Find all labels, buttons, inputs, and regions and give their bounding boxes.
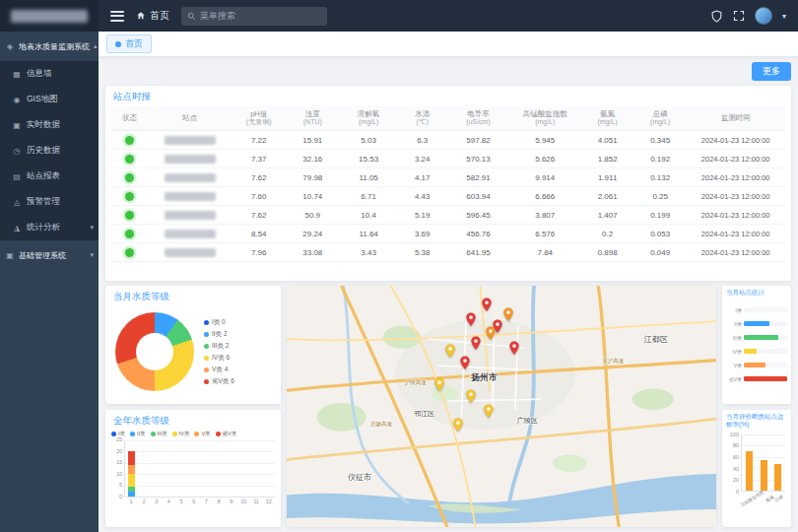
search-input[interactable]: [200, 11, 321, 21]
bar-row: IV类: [726, 347, 787, 356]
legend-item[interactable]: IV类 6: [204, 354, 234, 363]
map-pin[interactable]: [459, 356, 470, 370]
sidebar-item-station-report[interactable]: ▤站点报表: [0, 164, 99, 189]
legend-dot: [204, 344, 209, 349]
search-icon: [187, 12, 196, 21]
legend-item[interactable]: II类: [130, 431, 146, 437]
y-axis-tick: 25: [116, 437, 122, 443]
map-pin[interactable]: [509, 341, 520, 356]
sidebar-item-label: 信息墙: [27, 68, 52, 80]
stacked-bar: [190, 440, 197, 497]
sidebar-submenu: ▦信息墙◉GIS地图▣实时数据◷历史数据▤站点报表◬预警管理◮统计分析▾: [0, 61, 99, 240]
legend-dot: [111, 432, 116, 436]
legend-item[interactable]: II类 2: [204, 330, 234, 339]
bar-segment[interactable]: [128, 465, 135, 474]
y-axis-tick: 15: [116, 460, 122, 466]
sidebar-group-surface-water[interactable]: ◈ 地表水质量监测系统 ▴: [0, 32, 99, 61]
cell-value: 29.24: [286, 225, 340, 243]
x-axis-tick: 8: [213, 498, 226, 504]
bar-column: [742, 434, 757, 491]
bar-track: [744, 363, 787, 367]
breadcrumb-home[interactable]: 首页: [150, 9, 169, 23]
badge-icon[interactable]: [710, 10, 723, 23]
map-pin[interactable]: [470, 336, 481, 351]
cell-value: 79.98: [286, 168, 340, 187]
legend-dot: [204, 320, 209, 325]
month-quality-chart: I类 0II类 2III类 2IV类 6V类 4劣V类 6: [105, 306, 281, 404]
column-header: 浊度(NTU): [286, 106, 340, 131]
map-pin[interactable]: [466, 312, 477, 327]
bar-column: [138, 440, 151, 497]
cell-value: 7.96: [232, 243, 286, 262]
bar-segment[interactable]: [128, 492, 135, 497]
chevron-down-icon[interactable]: ▾: [782, 12, 786, 21]
menu-search[interactable]: [181, 7, 327, 26]
map-city-label: 广陵区: [517, 416, 538, 426]
sidebar-item-realtime-data[interactable]: ▣实时数据: [0, 112, 99, 138]
legend-item[interactable]: III类: [151, 431, 167, 437]
pin-icon: [444, 344, 455, 359]
bar[interactable]: [746, 451, 753, 491]
station-name-redacted: [165, 173, 216, 182]
fullscreen-icon[interactable]: [733, 10, 745, 22]
cell-value: 7.62: [232, 168, 286, 187]
legend-item[interactable]: 劣V类: [216, 431, 237, 437]
bar-track: [744, 376, 787, 381]
cell-value: 596.45: [447, 206, 509, 225]
stacked-bar: [153, 440, 160, 497]
cell-value: 597.82: [447, 131, 509, 150]
column-header: 站点: [148, 106, 232, 131]
station-map[interactable]: 扬州市邗江区广陵区江都区仪征市沪陕高速启扬高速京沪高速: [287, 286, 716, 527]
bar[interactable]: [744, 349, 757, 354]
bar[interactable]: [761, 460, 767, 491]
sidebar-item-info-wall[interactable]: ▦信息墙: [0, 61, 99, 87]
sidebar-group-basic-management[interactable]: ▣ 基础管理系统 ▾: [0, 240, 99, 270]
legend-item[interactable]: 劣V类 6: [204, 377, 234, 386]
tab-home[interactable]: 首页: [106, 34, 152, 53]
bar[interactable]: [744, 376, 787, 381]
cell-value: 50.9: [286, 206, 340, 225]
x-axis-tick: 3: [150, 498, 163, 504]
bar[interactable]: [744, 321, 769, 326]
legend-item[interactable]: V类 4: [204, 366, 234, 374]
map-pin[interactable]: [433, 377, 444, 392]
sidebar-item-history-data[interactable]: ◷历史数据: [0, 138, 99, 164]
column-header: 电导率(uS/cm): [447, 106, 509, 131]
bar[interactable]: [744, 363, 765, 367]
map-pin[interactable]: [486, 326, 497, 341]
bar-segment[interactable]: [128, 474, 135, 488]
map-pin[interactable]: [444, 344, 455, 359]
sidebar: ◈ 地表水质量监测系统 ▴ ▦信息墙◉GIS地图▣实时数据◷历史数据▤站点报表◬…: [0, 32, 99, 532]
map-pin[interactable]: [453, 418, 464, 432]
map-pin[interactable]: [483, 404, 494, 419]
cell-value: 5.626: [509, 150, 580, 168]
bar-segment[interactable]: [128, 451, 135, 465]
cell-value: 7.37: [232, 150, 286, 168]
bar[interactable]: [744, 335, 778, 340]
avatar[interactable]: [755, 7, 772, 25]
cell-value: 4.051: [580, 131, 634, 150]
map-pin[interactable]: [481, 298, 492, 312]
bar[interactable]: [774, 464, 781, 491]
sidebar-group-label: 地表水质量监测系统: [19, 41, 90, 52]
status-cell: [111, 131, 148, 150]
grid-icon: ▦: [12, 70, 22, 79]
sidebar-item-alert-management[interactable]: ◬预警管理: [0, 189, 99, 215]
bar-row: 劣V类: [726, 374, 787, 383]
sidebar-item-gis-map[interactable]: ◉GIS地图: [0, 87, 99, 112]
pin-icon: [466, 389, 477, 404]
legend-item[interactable]: I类 0: [204, 318, 234, 327]
legend-item[interactable]: V类: [194, 431, 210, 437]
hamburger-menu-icon[interactable]: [110, 11, 124, 22]
more-button[interactable]: 更多: [752, 62, 791, 81]
sidebar-item-statistics-analysis[interactable]: ◮统计分析▾: [0, 215, 99, 240]
map-pin[interactable]: [466, 389, 477, 404]
pin-icon: [486, 326, 497, 341]
legend-item[interactable]: III类 2: [204, 342, 234, 351]
cell-value: 0.898: [580, 243, 634, 262]
legend-item[interactable]: IV类: [172, 431, 190, 437]
dashboard-bottom: 当月水质等级 I类 0II类 2III类 2IV类 6V类 4劣V类 6 全年水…: [105, 286, 791, 527]
map-pin[interactable]: [502, 307, 513, 322]
cell-value: 1.911: [580, 168, 634, 187]
x-axis-tick: 总磷: [774, 495, 788, 509]
